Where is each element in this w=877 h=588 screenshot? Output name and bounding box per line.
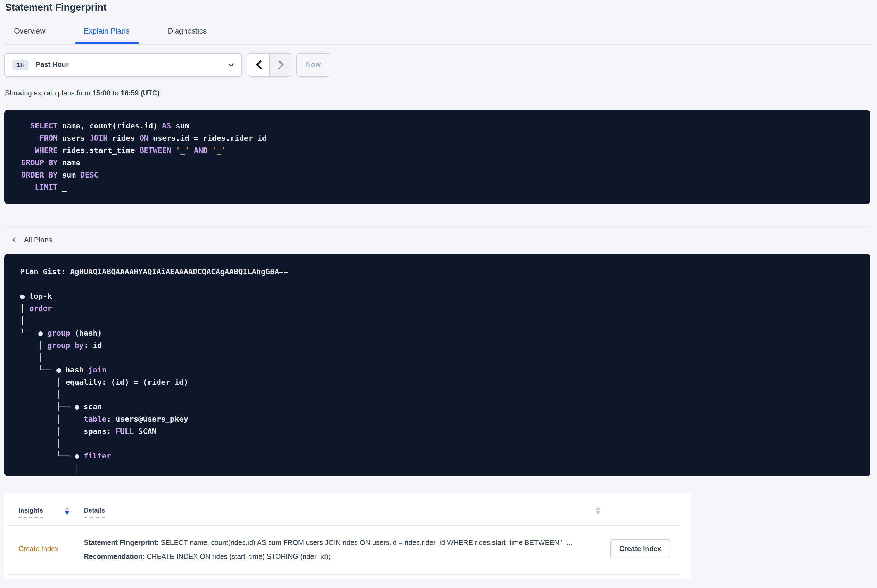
sort-down-icon — [65, 512, 69, 515]
statement-fingerprint-page: Statement Fingerprint Overview Explain P… — [0, 0, 877, 588]
tab-explain-plans[interactable]: Explain Plans — [84, 22, 129, 43]
code-line: FROM users JOIN rides ON users.id = ride… — [21, 132, 859, 144]
statement-fingerprint-line: Statement Fingerprint: SELECT name, coun… — [84, 536, 609, 550]
plan-gist-value: AgHUAQIABQAAAAHYAQIAiAEAAAADCQACAgAABQIL… — [70, 267, 288, 276]
code-line: │ — [20, 351, 859, 363]
recommendation-label: Recommendation: — [84, 553, 145, 561]
code-line: WHERE rides.start_time BETWEEN '_' AND '… — [21, 144, 859, 156]
tab-diagnostics[interactable]: Diagnostics — [168, 22, 207, 43]
code-line: ├── ● scan — [20, 400, 859, 412]
sort-indicator-details[interactable] — [596, 507, 600, 515]
sql-statement-card: SELECT name, count(rides.id) AS sum FROM… — [5, 110, 870, 204]
plan-tree: ● top-k│ order│└── ● group (hash) │ grou… — [20, 290, 859, 474]
tab-overview[interactable]: Overview — [14, 22, 45, 43]
column-header-insights[interactable]: Insights — [18, 507, 43, 518]
sql-statement: SELECT name, count(rides.id) AS sum FROM… — [21, 120, 859, 193]
chevron-right-icon — [278, 60, 284, 70]
time-range-select[interactable]: 1h Past Hour — [5, 53, 242, 76]
plan-gist-line: Plan Gist: AgHUAQIABQAAAAHYAQIAiAEAAAADC… — [20, 265, 859, 278]
chevron-left-icon — [256, 60, 262, 70]
code-line: │ table: users@users_pkey — [20, 412, 859, 425]
next-time-button[interactable] — [270, 54, 292, 76]
code-line: LIMIT _ — [21, 181, 859, 193]
tab-bar: Overview Explain Plans Diagnostics — [5, 22, 870, 45]
code-line: │ — [20, 388, 859, 400]
fingerprint-label: Statement Fingerprint: — [84, 539, 159, 547]
chevron-down-icon — [228, 63, 234, 67]
code-line: │ spans: FULL SCAN — [20, 425, 859, 437]
code-line: └── ● group (hash) — [20, 327, 859, 339]
code-line: │ order — [20, 302, 859, 314]
all-plans-label: All Plans — [24, 236, 52, 244]
insights-table: Insights Details Create Index Statement … — [5, 494, 691, 579]
fingerprint-text: SELECT name, count(rides.id) AS sum FROM… — [161, 539, 572, 547]
prev-time-button[interactable] — [248, 54, 270, 76]
plan-gist-card: Plan Gist: AgHUAQIABQAAAAHYAQIAiAEAAAADC… — [5, 254, 870, 476]
showing-range-text: Showing explain plans from 15:00 to 16:5… — [5, 89, 159, 97]
time-interval-badge: 1h — [12, 60, 29, 70]
recommendation-line: Recommendation: CREATE INDEX ON rides (s… — [84, 550, 609, 564]
header-divider — [8, 525, 679, 526]
now-button[interactable]: Now — [296, 53, 330, 76]
sort-down-icon — [596, 512, 600, 515]
code-line: SELECT name, count(rides.id) AS sum — [21, 120, 859, 132]
sort-indicator-insights[interactable] — [65, 507, 69, 515]
code-line: ORDER BY sum DESC — [21, 169, 859, 181]
code-line: │ — [20, 314, 859, 327]
time-pager — [248, 53, 292, 76]
time-range-label: Past Hour — [36, 61, 228, 69]
page-title: Statement Fingerprint — [5, 2, 107, 14]
code-line: ● top-k — [20, 290, 859, 302]
code-line: │ group by: id — [20, 339, 859, 351]
code-line: │ equality: (id) = (rider_id) — [20, 376, 859, 388]
row-divider — [8, 574, 679, 574]
recommendation-text: CREATE INDEX ON rides (start_time) STORI… — [147, 553, 330, 561]
code-line: │ — [20, 462, 859, 474]
section-divider — [5, 226, 870, 227]
column-header-details[interactable]: Details — [84, 507, 105, 518]
showing-range: 15:00 to 16:59 (UTC) — [93, 89, 159, 97]
create-index-button[interactable]: Create Index — [611, 539, 670, 558]
all-plans-link[interactable]: ← All Plans — [12, 235, 52, 244]
code-line: └── ● hash join — [20, 363, 859, 376]
plan-gist-label: Plan Gist: — [20, 267, 70, 276]
insight-link-create-index[interactable]: Create Index — [18, 545, 59, 553]
code-line: │ — [20, 437, 859, 450]
sort-up-icon — [596, 507, 600, 510]
blank-line — [20, 278, 859, 290]
showing-prefix: Showing explain plans from — [5, 89, 93, 97]
code-line: └── ● filter — [20, 450, 859, 462]
sort-up-icon — [65, 507, 69, 510]
back-arrow-icon: ← — [12, 235, 19, 244]
insight-details-cell: Statement Fingerprint: SELECT name, coun… — [84, 536, 609, 564]
code-line: GROUP BY name — [21, 156, 859, 169]
